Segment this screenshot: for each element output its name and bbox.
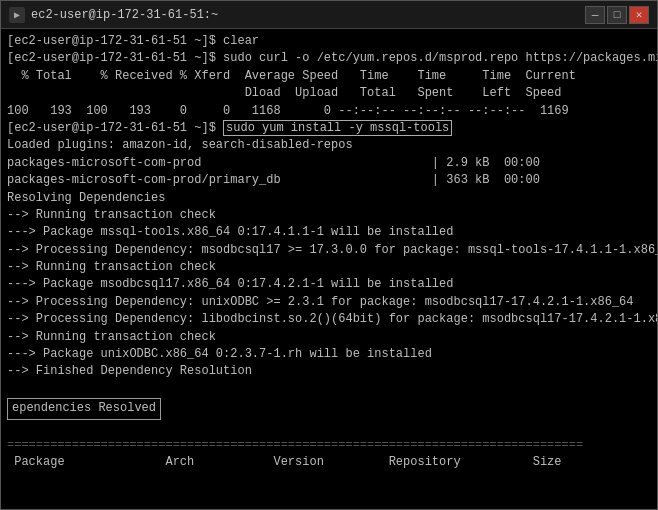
- terminal-line: ---> Package mssql-tools.x86_64 0:17.4.1…: [7, 224, 651, 241]
- terminal-line: ependencies Resolved: [7, 398, 651, 419]
- terminal-line: --> Running transaction check: [7, 207, 651, 224]
- terminal-line: [ec2-user@ip-172-31-61-51 ~]$ clear: [7, 33, 651, 50]
- terminal-icon: ▶: [9, 7, 25, 23]
- terminal-line: --> Running transaction check: [7, 329, 651, 346]
- separator: ========================================…: [7, 437, 651, 454]
- title-bar-left: ▶ ec2-user@ip-172-31-61-51:~: [9, 7, 218, 23]
- window-title: ec2-user@ip-172-31-61-51:~: [31, 8, 218, 22]
- window-controls: — □ ✕: [585, 6, 649, 24]
- terminal-line: % Total % Received % Xferd Average Speed…: [7, 68, 651, 85]
- terminal-window: ▶ ec2-user@ip-172-31-61-51:~ — □ ✕ [ec2-…: [0, 0, 658, 510]
- terminal-line: ---> Package unixODBC.x86_64 0:2.3.7-1.r…: [7, 346, 651, 363]
- terminal-line: [ec2-user@ip-172-31-61-51 ~]$ sudo curl …: [7, 50, 651, 67]
- terminal-line: packages-microsoft-com-prod/primary_db |…: [7, 172, 651, 189]
- minimize-button[interactable]: —: [585, 6, 605, 24]
- terminal-line: Loaded plugins: amazon-id, search-disabl…: [7, 137, 651, 154]
- terminal-line: packages-microsoft-com-prod | 2.9 kB 00:…: [7, 155, 651, 172]
- terminal-line: --> Processing Dependency: unixODBC >= 2…: [7, 294, 651, 311]
- terminal-line: 100 193 100 193 0 0 1168 0 --:--:-- --:-…: [7, 103, 651, 120]
- maximize-button[interactable]: □: [607, 6, 627, 24]
- terminal-line: Resolving Dependencies: [7, 190, 651, 207]
- command-highlight: sudo yum install -y mssql-tools: [223, 120, 452, 136]
- title-bar: ▶ ec2-user@ip-172-31-61-51:~ — □ ✕: [1, 1, 657, 29]
- terminal-line: [ec2-user@ip-172-31-61-51 ~]$ sudo yum i…: [7, 120, 651, 137]
- terminal-output[interactable]: [ec2-user@ip-172-31-61-51 ~]$ clear [ec2…: [1, 29, 657, 509]
- terminal-line: ---> Package msodbcsql17.x86_64 0:17.4.2…: [7, 276, 651, 293]
- terminal-line: [7, 381, 651, 398]
- terminal-line: --> Processing Dependency: msodbcsql17 >…: [7, 242, 651, 259]
- table-header: Package Arch Version Repository Size: [7, 454, 651, 471]
- terminal-line: --> Processing Dependency: libodbcinst.s…: [7, 311, 651, 328]
- terminal-line: --> Finished Dependency Resolution: [7, 363, 651, 380]
- terminal-line: Dload Upload Total Spent Left Speed: [7, 85, 651, 102]
- close-button[interactable]: ✕: [629, 6, 649, 24]
- terminal-line: --> Running transaction check: [7, 259, 651, 276]
- dependencies-resolved-box: ependencies Resolved: [7, 398, 161, 419]
- terminal-line: [7, 420, 651, 437]
